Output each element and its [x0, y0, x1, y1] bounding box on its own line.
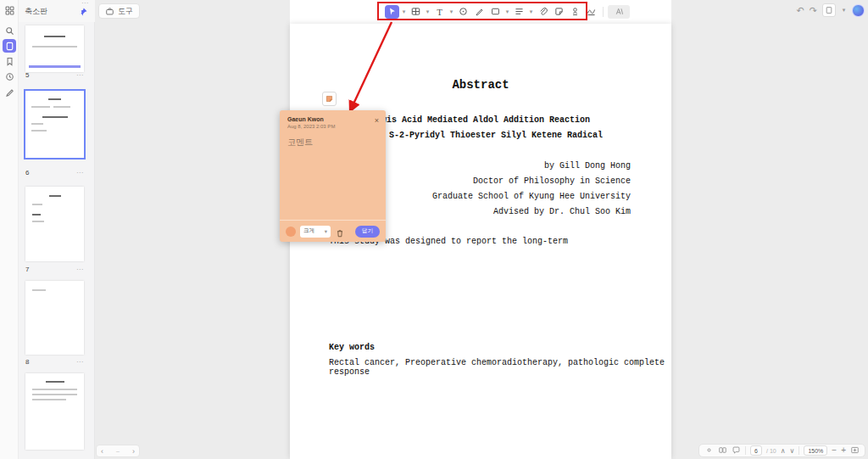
- document-title: Abstract: [290, 78, 671, 92]
- thumbnail-label: 7⋯: [25, 266, 84, 273]
- panel-resize-handle[interactable]: ⋯: [81, 0, 89, 7]
- thumbnail-page-9[interactable]: [25, 373, 84, 450]
- thumbnail-label: 5⋯: [25, 71, 84, 79]
- fit-screen-icon[interactable]: [850, 443, 860, 458]
- table-tool-icon[interactable]: [409, 5, 423, 19]
- comment-date: Aug 8, 2023 2:03 PM: [287, 124, 335, 129]
- attachment-tool-icon[interactable]: [536, 5, 550, 19]
- document-author-line: by Gill Dong Hong: [544, 161, 631, 171]
- thumbnail-page-7[interactable]: [25, 187, 84, 261]
- chevron-down-icon[interactable]: ▾: [504, 8, 510, 15]
- select-tool-icon[interactable]: [385, 5, 399, 19]
- current-page-input[interactable]: 6: [750, 445, 762, 456]
- text-tool-icon[interactable]: T: [432, 5, 447, 19]
- color-swatch[interactable]: [286, 227, 296, 237]
- lines-tool-icon[interactable]: [512, 5, 526, 19]
- thumbnail-page-8[interactable]: [25, 281, 84, 355]
- thumbnail-panel-header: 축소판 ⋯: [19, 0, 95, 22]
- trash-icon[interactable]: [335, 227, 345, 237]
- page-up-icon[interactable]: ∧: [781, 447, 786, 455]
- prev-page-icon[interactable]: ‹: [101, 447, 103, 456]
- chevron-down-icon[interactable]: ▾: [528, 8, 534, 15]
- left-icon-rail: [0, 0, 19, 459]
- thumbnail-page-6[interactable]: [25, 91, 84, 158]
- thumbnail-page-5[interactable]: [25, 25, 84, 72]
- document-advisor-line: Advised by Dr. Chul Soo Kim: [493, 207, 631, 216]
- stamp-tool-icon[interactable]: [568, 5, 582, 19]
- undo-icon[interactable]: ↶: [797, 5, 804, 16]
- comment-popup-footer: 크게 ▾ 닫기: [280, 220, 386, 242]
- history-icon[interactable]: [3, 70, 16, 83]
- next-page-icon[interactable]: ›: [132, 447, 135, 456]
- zoom-in-button[interactable]: +: [841, 446, 846, 455]
- panel-title: 축소판: [25, 6, 47, 17]
- comment-text[interactable]: 코멘트: [287, 137, 313, 148]
- apps-grid-icon[interactable]: [3, 3, 16, 17]
- toolbox-icon: [105, 7, 114, 16]
- pen-icon[interactable]: [3, 85, 16, 98]
- divider: [745, 446, 746, 455]
- page-down-icon[interactable]: ∨: [790, 447, 795, 455]
- keywords-line: Rectal cancer, Preoperative chemoradioth…: [329, 358, 671, 377]
- pen-tool-icon[interactable]: [472, 5, 487, 19]
- comment-marker[interactable]: [322, 92, 337, 106]
- tools-button-label: 도구: [118, 6, 133, 17]
- pointer-mode-icon[interactable]: [704, 443, 714, 458]
- edit-text-icon[interactable]: [608, 5, 630, 19]
- view-controls-bar: 6 / 10 ∧ ∨ 150% − +: [698, 444, 865, 457]
- document-degree-line: Doctor of Philosophy in Science: [473, 176, 631, 186]
- top-right-controls: ↶ ↷ ▾: [797, 3, 865, 17]
- chevron-down-icon[interactable]: ▾: [401, 8, 407, 15]
- pager-divider: –: [116, 448, 120, 454]
- search-icon[interactable]: [3, 24, 16, 37]
- keywords-title: Key words: [329, 343, 375, 352]
- pdf-app-window: 축소판 ⋯ 5⋯ 6⋯ 7⋯: [0, 0, 868, 459]
- shape-tool-icon[interactable]: [488, 5, 503, 19]
- chevron-down-icon[interactable]: ▾: [448, 8, 454, 15]
- thumbnail-label: 6⋯: [25, 169, 84, 176]
- thumbnail-menu-icon[interactable]: ⋯: [76, 169, 84, 176]
- toolbar-separator: [603, 7, 604, 17]
- thumbnail-menu-icon[interactable]: ⋯: [76, 358, 84, 366]
- page-navigation: ‹ – ›: [96, 445, 140, 457]
- chevron-down-icon[interactable]: ▾: [841, 7, 847, 14]
- zoom-out-button[interactable]: −: [832, 446, 837, 455]
- link-tool-icon[interactable]: [456, 5, 470, 19]
- signature-tool-icon[interactable]: [584, 5, 598, 19]
- submit-comment-button[interactable]: 닫기: [355, 226, 380, 238]
- thumbnails-panel-icon[interactable]: [3, 39, 16, 53]
- comment-popup: Gaeun Kwon Aug 8, 2023 2:03 PM × 코멘트 크게 …: [280, 110, 386, 242]
- chevron-down-icon[interactable]: ▾: [425, 8, 431, 15]
- document-school-line: Graduate School of Kyung Hee University: [432, 192, 631, 201]
- zoom-level[interactable]: 150%: [804, 445, 827, 456]
- thumbnail-menu-icon[interactable]: ⋯: [76, 266, 84, 273]
- close-icon[interactable]: ×: [375, 117, 379, 125]
- size-dropdown[interactable]: 크게 ▾: [300, 226, 331, 238]
- thumbnail-menu-icon[interactable]: ⋯: [76, 71, 84, 79]
- comment-author: Gaeun Kwon: [287, 116, 324, 122]
- divider: [798, 446, 799, 455]
- annotation-toolbar: ▾ ▾ T ▾ ▾ ▾: [381, 3, 633, 20]
- bookmark-icon[interactable]: [3, 54, 16, 68]
- note-icon: [325, 94, 334, 104]
- thumbnail-panel: 5⋯ 6⋯ 7⋯ 8⋯: [19, 0, 95, 459]
- comments-icon[interactable]: [732, 443, 741, 458]
- thumbnail-label: 8⋯: [25, 358, 84, 366]
- sticker-tool-icon[interactable]: [552, 5, 566, 19]
- user-avatar[interactable]: [852, 4, 865, 17]
- redo-icon[interactable]: ↷: [810, 5, 817, 16]
- total-pages-label: / 10: [766, 448, 776, 454]
- tools-button[interactable]: 도구: [98, 3, 140, 19]
- spread-view-icon[interactable]: [718, 443, 727, 458]
- chevron-down-icon: ▾: [325, 228, 327, 235]
- page-view-icon[interactable]: [822, 3, 836, 17]
